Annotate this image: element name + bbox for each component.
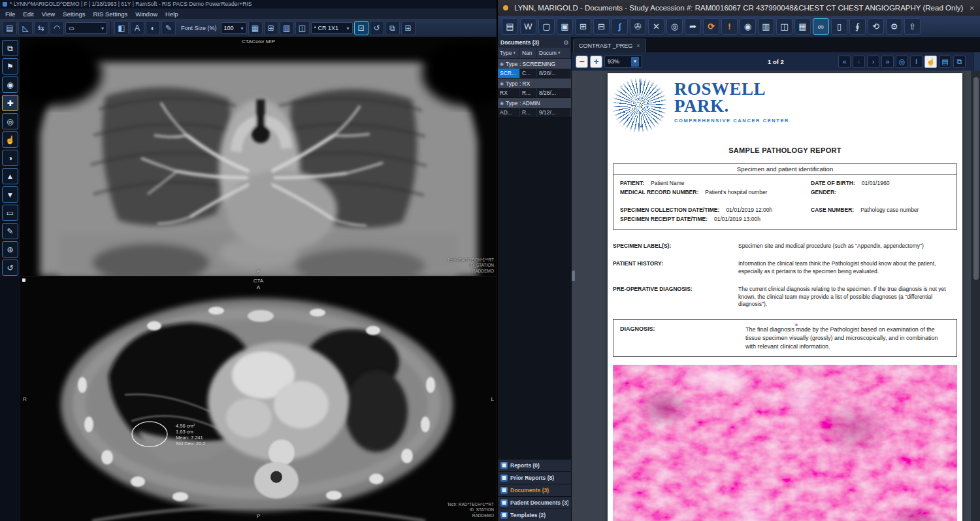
add-document-icon[interactable]: ▣ xyxy=(557,18,573,35)
zoom-out-button[interactable]: − xyxy=(576,56,588,68)
pan-arrows-icon[interactable]: ⇆ xyxy=(34,21,48,35)
first-page-button[interactable]: « xyxy=(838,56,851,68)
attachment-icon[interactable]: ∮ xyxy=(849,18,866,35)
documents-panel-header[interactable]: Documents (3) ⊙ xyxy=(498,37,571,48)
sidebar-panel-item[interactable]: ▤ Documents (3) xyxy=(498,484,571,496)
zoom-level-select[interactable]: 93% ▾ xyxy=(604,56,642,68)
print-button[interactable]: ▤ xyxy=(939,56,951,68)
column-name[interactable]: Nan xyxy=(520,48,537,58)
lasso-icon[interactable]: ◠ xyxy=(50,21,64,35)
text-select-button[interactable]: I xyxy=(910,56,923,68)
copy-button[interactable]: ⧉ xyxy=(953,56,966,68)
close-icon[interactable]: ✕ xyxy=(648,18,664,35)
flip-image-icon[interactable]: ◧ xyxy=(114,21,129,35)
share-icon[interactable]: ➦ xyxy=(685,18,701,35)
series-stack-tool[interactable]: ⧉ xyxy=(2,40,18,56)
grid-small-icon[interactable]: ▦ xyxy=(248,21,263,35)
pan-tool[interactable]: ✚ xyxy=(2,95,18,111)
zoom-document-icon[interactable]: ◎ xyxy=(666,18,683,35)
pencil-tool[interactable]: ✎ xyxy=(2,223,18,239)
target-tool[interactable]: ⊕ xyxy=(2,241,18,258)
hand-tool-button[interactable]: ☝ xyxy=(924,56,937,68)
scan-import-icon[interactable]: ⊞ xyxy=(575,18,591,35)
signature-icon[interactable]: ∫ xyxy=(612,18,628,35)
tree-group-screening[interactable]: ◉ Type : SCREENING xyxy=(498,59,571,69)
cine-icon[interactable]: ▥ xyxy=(280,21,294,35)
panel-toggle-button[interactable] xyxy=(973,52,980,71)
export-report-icon[interactable]: ▤ xyxy=(502,18,518,35)
menu-item[interactable]: File xyxy=(1,10,19,18)
page-view-icon[interactable]: ▯ xyxy=(831,18,847,35)
invert-icon[interactable]: ◐ xyxy=(146,21,160,35)
compare-icon[interactable]: ◫ xyxy=(295,21,310,35)
word-export-icon[interactable]: W xyxy=(520,18,536,35)
layout-grid-icon[interactable]: ⊞ xyxy=(401,21,416,35)
prev-page-button[interactable]: ‹ xyxy=(853,56,865,68)
collapse-panel-icon[interactable]: ⊙ xyxy=(563,39,568,46)
splitter-handle[interactable] xyxy=(572,271,575,281)
menu-item[interactable]: View xyxy=(38,10,59,18)
documents-titlebar[interactable]: LYNN, MARIGOLD - Documents - Study Acces… xyxy=(498,0,980,16)
document-row-admin[interactable]: AD... R... 9/12/... xyxy=(498,108,571,118)
tree-group-admin[interactable]: ◉ Type : ADMIN xyxy=(498,98,571,108)
undo-tool[interactable]: ↺ xyxy=(2,260,18,276)
layout-rows-icon[interactable]: ▥ xyxy=(758,18,774,35)
column-type[interactable]: Type ▾ xyxy=(498,48,520,58)
grid-large-icon[interactable]: ⊞ xyxy=(264,21,278,35)
menu-item[interactable]: RIS Settings xyxy=(89,10,131,18)
text-annotation-icon[interactable]: A xyxy=(130,21,144,35)
menu-item[interactable]: Window xyxy=(131,10,161,18)
font-size-input[interactable]: 100 ▾ xyxy=(221,22,247,34)
link-document-icon[interactable]: ∞ xyxy=(813,18,829,35)
tab-contrast-preg[interactable]: CONTRAST _PREG × xyxy=(573,39,646,52)
document-scrollbar[interactable] xyxy=(972,71,980,521)
new-document-icon[interactable]: ▢ xyxy=(538,18,555,35)
document-canvas[interactable]: ROSWELL PARK. COMPREHENSIVE CANCER CENTE… xyxy=(572,71,980,521)
refresh-icon[interactable]: ⟳ xyxy=(703,18,719,35)
save-preset-icon[interactable]: ▤ xyxy=(3,21,17,35)
sidebar-panel-item[interactable]: ▤ Reports (0) xyxy=(498,459,571,471)
save-icon[interactable]: ✇ xyxy=(630,18,646,35)
annotation-tool[interactable]: ▭ xyxy=(2,205,18,221)
rotate-icon[interactable]: ⟲ xyxy=(868,18,884,35)
pacs-titlebar[interactable]: * LYNN^MARIGOLD^DEMO | F | 1/18/1963 | 6… xyxy=(0,0,497,8)
menu-item[interactable]: Settings xyxy=(59,10,89,18)
close-icon[interactable]: ✕ xyxy=(970,5,975,12)
sidebar-panel-item[interactable]: ▤ Prior Reports (8) xyxy=(498,471,571,484)
next-page-button[interactable]: › xyxy=(867,56,879,68)
sidebar-panel-item[interactable]: ▤ Templates (2) xyxy=(498,509,571,521)
shape-select-dropdown[interactable]: ▭ ▾ xyxy=(65,22,107,34)
angle-measure-icon[interactable]: ◺ xyxy=(18,21,33,35)
last-page-button[interactable]: » xyxy=(881,56,894,68)
alert-icon[interactable]: ! xyxy=(721,18,738,35)
clone-viewport-icon[interactable]: ⧉ xyxy=(385,21,400,35)
document-row-rx[interactable]: RX R... 8/28/... xyxy=(498,88,571,98)
menu-item[interactable]: Help xyxy=(161,10,182,18)
import-folder-icon[interactable]: ⊟ xyxy=(593,18,610,35)
draw-icon[interactable]: ✎ xyxy=(161,21,176,35)
scroll-up-tool[interactable]: ▲ xyxy=(2,168,18,184)
scroll-down-tool[interactable]: ▼ xyxy=(2,186,18,203)
column-document[interactable]: Docum ▾ xyxy=(537,48,571,58)
menu-item[interactable]: Edit xyxy=(19,10,37,18)
zoom-in-button[interactable]: + xyxy=(590,56,602,68)
hand-tool[interactable]: ☝ xyxy=(2,131,18,148)
layout-panes-icon[interactable]: ▦ xyxy=(794,18,811,35)
gear-icon[interactable]: ⚙ xyxy=(886,18,902,35)
fit-window-icon[interactable]: ⊡ xyxy=(354,21,368,35)
tree-group-rx[interactable]: ◉ Type : RX xyxy=(498,78,571,88)
tab-close-icon[interactable]: × xyxy=(636,42,640,49)
scrollbar-thumb[interactable] xyxy=(973,77,979,280)
magnifier-tool[interactable]: ◎ xyxy=(2,113,18,129)
reset-view-icon[interactable]: ↺ xyxy=(370,21,384,35)
viewport-axial-ct[interactable]: 4.56 cm² 1.63 cm Mean: 7.241 Std Dev: 20… xyxy=(20,277,497,521)
window-level-tool[interactable]: ◑ xyxy=(2,150,18,166)
zoom-select-tool[interactable]: ◉ xyxy=(2,76,18,93)
sidebar-panel-item[interactable]: ▤ Patient Documents (3) xyxy=(498,496,571,509)
marker-tool[interactable]: ⚑ xyxy=(2,58,18,75)
layout-preset-dropdown[interactable]: * CR 1X1 ▾ xyxy=(311,22,353,34)
document-row-screening[interactable]: SCR... C... 8/28/... xyxy=(498,69,571,78)
layout-columns-icon[interactable]: ◫ xyxy=(776,18,792,35)
zoom-tool-button[interactable]: ◎ xyxy=(896,56,908,68)
export-study-icon[interactable]: ⇧ xyxy=(904,18,921,35)
